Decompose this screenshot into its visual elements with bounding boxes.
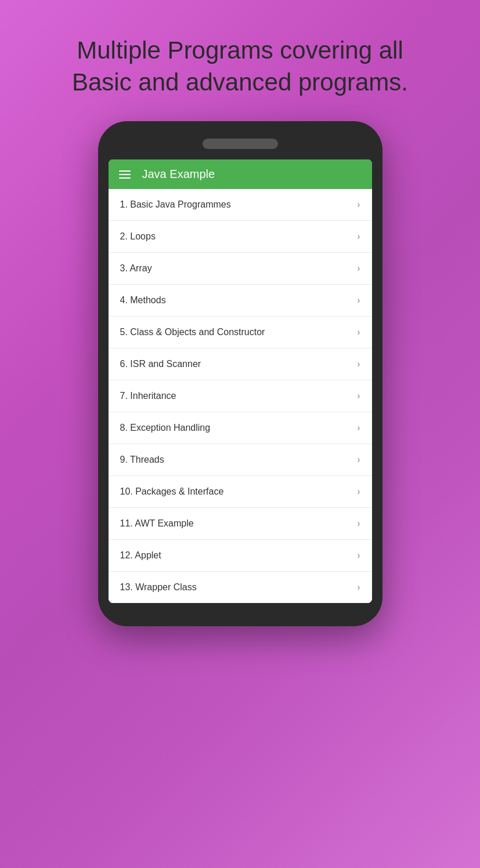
list-item[interactable]: 5. Class & Objects and Constructor›: [109, 317, 372, 348]
menu-item-label: 8. Exception Handling: [120, 423, 211, 433]
chevron-right-icon: ›: [357, 423, 360, 433]
chevron-right-icon: ›: [357, 327, 360, 337]
menu-item-label: 1. Basic Java Programmes: [120, 199, 231, 210]
chevron-right-icon: ›: [357, 295, 360, 306]
chevron-right-icon: ›: [357, 518, 360, 529]
list-item[interactable]: 8. Exception Handling›: [109, 412, 372, 444]
chevron-right-icon: ›: [357, 391, 360, 401]
chevron-right-icon: ›: [357, 231, 360, 242]
hamburger-icon[interactable]: [119, 170, 131, 179]
list-item[interactable]: 4. Methods›: [109, 285, 372, 317]
list-item[interactable]: 3. Array›: [109, 253, 372, 285]
menu-item-label: 3. Array: [120, 263, 152, 274]
headline-text: Multiple Programs covering all Basic and…: [72, 37, 408, 96]
chevron-right-icon: ›: [357, 263, 360, 274]
menu-list: 1. Basic Java Programmes›2. Loops›3. Arr…: [109, 189, 372, 603]
menu-item-label: 4. Methods: [120, 295, 166, 306]
menu-item-label: 5. Class & Objects and Constructor: [120, 327, 265, 337]
chevron-right-icon: ›: [357, 455, 360, 465]
chevron-right-icon: ›: [357, 582, 360, 593]
list-item[interactable]: 13. Wrapper Class›: [109, 572, 372, 603]
menu-item-label: 10. Packages & Interface: [120, 486, 224, 497]
phone-screen: Java Example 1. Basic Java Programmes›2.…: [109, 159, 372, 603]
app-header: Java Example: [109, 159, 372, 189]
menu-item-label: 11. AWT Example: [120, 518, 194, 529]
chevron-right-icon: ›: [357, 486, 360, 497]
list-item[interactable]: 9. Threads›: [109, 444, 372, 476]
list-item[interactable]: 11. AWT Example›: [109, 508, 372, 540]
list-item[interactable]: 6. ISR and Scanner›: [109, 348, 372, 380]
menu-item-label: 9. Threads: [120, 455, 164, 465]
chevron-right-icon: ›: [357, 199, 360, 210]
list-item[interactable]: 2. Loops›: [109, 221, 372, 253]
app-title: Java Example: [142, 168, 215, 181]
menu-item-label: 7. Inheritance: [120, 391, 176, 401]
phone-container: Java Example 1. Basic Java Programmes›2.…: [98, 121, 382, 626]
chevron-right-icon: ›: [357, 550, 360, 561]
phone-notch: [203, 139, 278, 149]
menu-item-label: 6. ISR and Scanner: [120, 359, 201, 369]
headline: Multiple Programs covering all Basic and…: [0, 0, 480, 121]
menu-item-label: 12. Applet: [120, 550, 161, 561]
list-item[interactable]: 12. Applet›: [109, 540, 372, 572]
list-item[interactable]: 10. Packages & Interface›: [109, 476, 372, 508]
chevron-right-icon: ›: [357, 359, 360, 369]
list-item[interactable]: 7. Inheritance›: [109, 380, 372, 412]
list-item[interactable]: 1. Basic Java Programmes›: [109, 189, 372, 221]
menu-item-label: 13. Wrapper Class: [120, 582, 197, 593]
menu-item-label: 2. Loops: [120, 231, 156, 242]
